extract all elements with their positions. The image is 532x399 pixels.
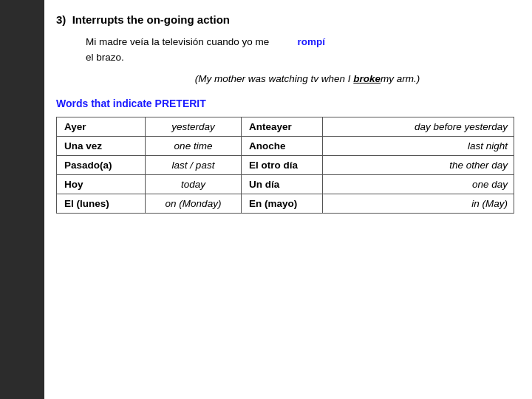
translation-part1: (My mother was watching tv when I xyxy=(195,73,354,84)
spanish-word: Pasado(a) xyxy=(57,156,146,175)
words-header-prefix: Words that indicate xyxy=(56,98,155,109)
translation-verb: broke xyxy=(353,73,381,84)
preterit-words-table: AyeryesterdayAnteayerday before yesterda… xyxy=(56,117,514,214)
section-heading: Interrupts the on-going action xyxy=(72,13,230,26)
example-translation: (My mother was watching tv when I brokem… xyxy=(100,73,514,84)
example-spanish-part2: el brazo. xyxy=(86,52,124,63)
english-translation-2: in (May) xyxy=(323,194,514,214)
translation-text: (My mother was watching tv when I brokem… xyxy=(195,73,420,84)
english-translation: last / past xyxy=(146,156,242,175)
spanish-word-2: El otro día xyxy=(242,156,323,175)
spanish-word: El (lunes) xyxy=(57,194,146,214)
section-title: 3) Interrupts the on-going action xyxy=(56,13,514,26)
example-sentence-line2: el brazo. xyxy=(86,52,514,63)
spanish-word: Ayer xyxy=(57,117,146,137)
page: 3) Interrupts the on-going action Mi mad… xyxy=(0,0,532,399)
spanish-word: Una vez xyxy=(57,137,146,156)
left-sidebar xyxy=(0,0,44,399)
main-content: 3) Interrupts the on-going action Mi mad… xyxy=(44,0,532,399)
words-header: Words that indicate PRETERIT xyxy=(56,98,514,109)
spanish-word-2: En (mayo) xyxy=(242,194,323,214)
english-translation: today xyxy=(146,175,242,194)
english-translation: on (Monday) xyxy=(146,194,242,214)
words-header-highlight: PRETERIT xyxy=(155,98,206,109)
english-translation: one time xyxy=(146,137,242,156)
spanish-word: Hoy xyxy=(57,175,146,194)
example-spanish-verb: rompí xyxy=(297,36,325,47)
english-translation-2: one day xyxy=(323,175,514,194)
table-row: HoytodayUn díaone day xyxy=(57,175,514,194)
table-row: Una vezone timeAnochelast night xyxy=(57,137,514,156)
example-spanish-part1: Mi madre veía la televisión cuando yo me xyxy=(86,36,269,47)
example-sentence-line1: Mi madre veía la televisión cuando yo me… xyxy=(86,36,514,47)
english-translation-2: day before yesterday xyxy=(323,117,514,137)
table-row: El (lunes)on (Monday)En (mayo)in (May) xyxy=(57,194,514,214)
table-row: Pasado(a)last / pastEl otro díathe other… xyxy=(57,156,514,175)
translation-part2: my arm.) xyxy=(381,73,420,84)
english-translation-2: the other day xyxy=(323,156,514,175)
section-number: 3) xyxy=(56,13,66,26)
table-row: AyeryesterdayAnteayerday before yesterda… xyxy=(57,117,514,137)
spanish-word-2: Anoche xyxy=(242,137,323,156)
spanish-word-2: Anteayer xyxy=(242,117,323,137)
english-translation: yesterday xyxy=(146,117,242,137)
spanish-word-2: Un día xyxy=(242,175,323,194)
english-translation-2: last night xyxy=(323,137,514,156)
